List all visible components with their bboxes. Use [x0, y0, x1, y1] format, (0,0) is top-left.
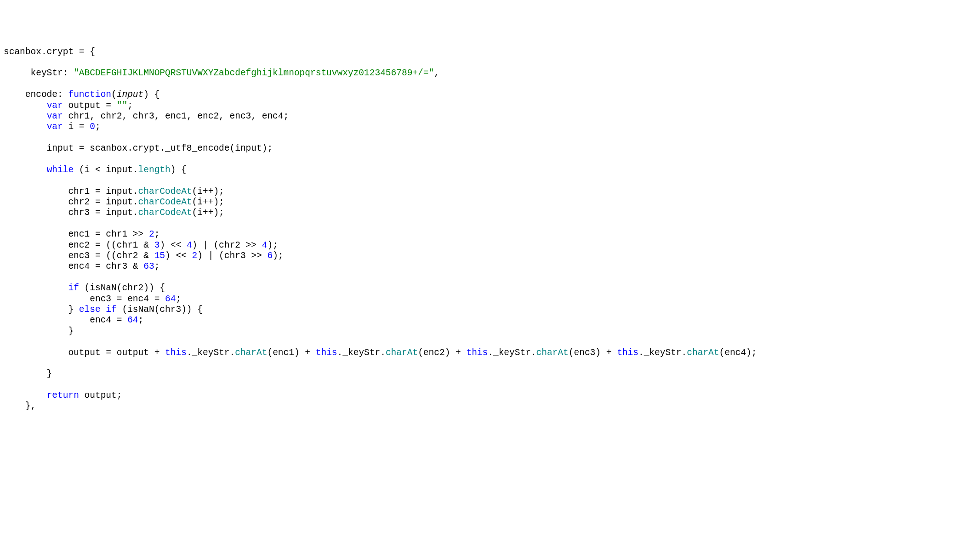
code-block: scanbox.crypt = { _keyStr: "ABCDEFGHIJKL… — [4, 47, 976, 412]
code-token-default: chr2 — [4, 197, 95, 207]
code-token-default: input. — [101, 186, 138, 197]
code-token-operator: + — [154, 348, 160, 358]
code-token-property: charAt — [687, 348, 719, 358]
code-token-default: (chr3 — [213, 251, 251, 261]
code-token-operator: << — [176, 251, 186, 261]
code-token-operator: << — [171, 240, 181, 250]
code-token-operator: + — [456, 348, 461, 358]
code-token-default: input. — [101, 165, 138, 175]
code-token-default: (enc3) — [569, 348, 606, 358]
code-token-default: ; — [154, 229, 160, 239]
code-token-number: 4 — [262, 240, 268, 250]
code-token-default: ; — [127, 101, 133, 111]
code-token-number: 63 — [143, 261, 154, 271]
code-token-default: (i — [192, 197, 203, 207]
code-token-operator: = — [95, 186, 101, 197]
code-token-default: (enc4); — [719, 348, 757, 358]
code-token-default: i — [63, 122, 79, 132]
code-line: var output = ""; — [4, 101, 976, 111]
code-line: chr3 = input.charCodeAt(i++); — [4, 208, 976, 218]
code-token-default — [149, 251, 154, 261]
code-token-default: ); — [213, 197, 224, 207]
code-token-default: (i — [192, 186, 203, 197]
code-token-default — [4, 122, 47, 132]
code-token-default: { — [85, 47, 95, 57]
code-token-operator: >> — [133, 229, 143, 239]
code-token-operator: = — [79, 143, 85, 153]
code-token-default: ) — [160, 240, 170, 250]
code-token-keyword: if — [68, 283, 79, 293]
code-token-default — [122, 315, 127, 325]
code-token-operator: >> — [251, 251, 262, 261]
code-token-operator: < — [95, 165, 101, 175]
code-token-property: length — [138, 165, 171, 175]
code-token-operator: = — [154, 294, 160, 304]
code-token-default — [160, 294, 165, 304]
code-token-default: enc4 — [4, 261, 95, 271]
code-token-operator: = — [106, 348, 111, 358]
code-token-default: ) { — [171, 165, 187, 175]
code-token-default: (chr2 — [208, 240, 246, 250]
code-token-default — [4, 390, 47, 401]
code-token-default: } — [4, 369, 52, 379]
code-token-default: chr1, chr2, chr3, enc1, enc2, enc3, enc4… — [63, 111, 289, 121]
code-token-default — [111, 101, 117, 111]
code-token-default — [4, 165, 47, 175]
code-token-default — [256, 240, 262, 250]
code-token-keyword: function — [68, 90, 111, 100]
code-token-keyword: var — [47, 122, 63, 132]
code-token-keyword: this — [165, 348, 187, 358]
code-token-default: ((chr2 — [101, 251, 144, 261]
code-line: while (i < input.length) { — [4, 165, 976, 175]
code-token-keyword: if — [106, 305, 116, 315]
code-token-operator: = — [95, 197, 101, 207]
code-token-default: encode: — [4, 90, 68, 100]
code-token-number: 0 — [90, 122, 95, 132]
code-token-default: output — [63, 101, 106, 111]
code-token-default: output; — [79, 390, 122, 401]
code-line: output = output + this._keyStr.charAt(en… — [4, 348, 976, 358]
code-line: encode: function(input) { — [4, 90, 976, 100]
code-line — [4, 272, 976, 283]
code-token-default: input. — [101, 208, 138, 218]
code-line: if (isNaN(chr2)) { — [4, 283, 976, 294]
code-token-default: }, — [4, 401, 36, 411]
code-line: var chr1, chr2, chr3, enc1, enc2, enc3, … — [4, 111, 976, 122]
code-token-default: } — [4, 326, 74, 336]
code-token-keyword: var — [47, 101, 63, 111]
code-token-default: , — [434, 68, 439, 78]
code-line — [4, 358, 976, 369]
code-token-operator: = — [79, 122, 85, 132]
code-token-keyword: var — [47, 111, 63, 121]
code-token-keyword: return — [47, 390, 79, 401]
code-token-default — [101, 305, 106, 315]
code-line — [4, 57, 976, 68]
code-line: return output; — [4, 390, 976, 401]
code-line: var i = 0; — [4, 122, 976, 132]
code-token-default: chr1 — [4, 186, 95, 197]
code-token-operator: + — [305, 348, 310, 358]
code-token-operator: = — [117, 315, 122, 325]
code-token-default: ._keyStr. — [638, 348, 687, 358]
code-token-default: input — [4, 143, 79, 153]
code-token-keyword: this — [617, 348, 638, 358]
code-token-keyword: while — [47, 165, 74, 175]
code-token-default: output — [4, 348, 106, 358]
code-token-property: charCodeAt — [138, 197, 192, 207]
code-token-default: ((chr1 — [101, 240, 144, 250]
code-token-default: enc3 — [4, 294, 117, 304]
code-token-default: ); — [273, 251, 283, 261]
code-token-default — [187, 251, 192, 261]
code-token-default — [611, 348, 617, 358]
code-token-default — [4, 283, 68, 293]
code-token-default: (i — [192, 208, 203, 218]
code-line: enc3 = ((chr2 & 15) << 2) | (chr3 >> 6); — [4, 251, 976, 261]
code-token-property: charAt — [536, 348, 569, 358]
code-token-property: charCodeAt — [138, 186, 192, 197]
code-line: } — [4, 326, 976, 337]
code-token-default: ; — [138, 315, 144, 325]
code-token-default: input. — [101, 197, 138, 207]
code-line — [4, 175, 976, 186]
code-token-number: 64 — [165, 294, 176, 304]
code-token-keyword: this — [466, 348, 488, 358]
